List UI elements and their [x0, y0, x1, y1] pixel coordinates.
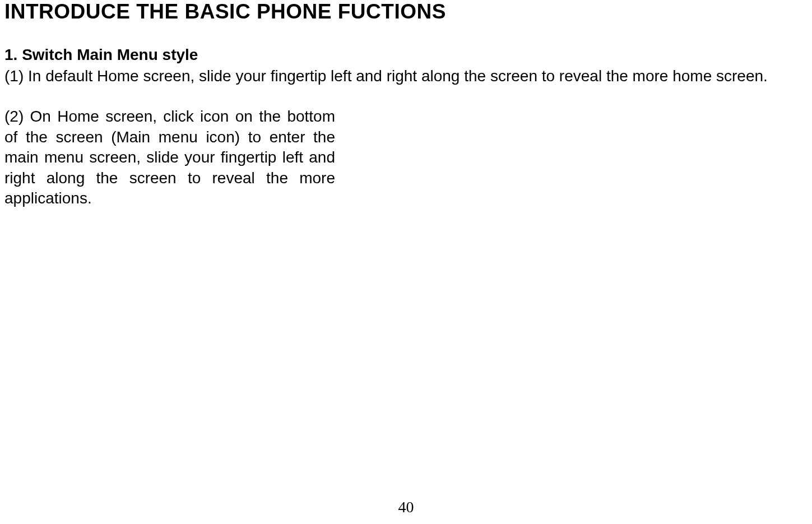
section-heading: 1. Switch Main Menu style — [4, 46, 808, 64]
paragraph-2: (2) On Home screen, click icon on the bo… — [4, 106, 335, 208]
paragraph-1: (1) In default Home screen, slide your f… — [4, 66, 808, 86]
page-title: INTRODUCE THE BASIC PHONE FUCTIONS — [4, 0, 808, 24]
page-number: 40 — [398, 498, 414, 516]
